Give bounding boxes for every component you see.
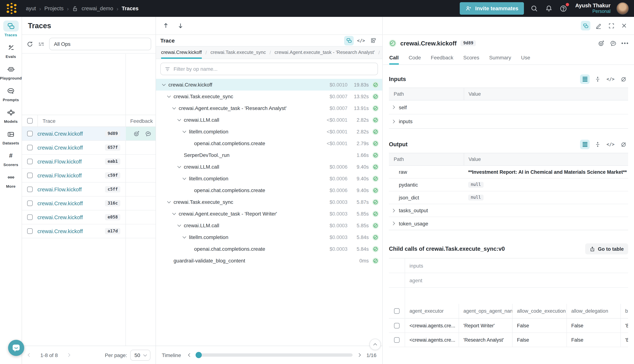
column-header-agent-ops-name[interactable]: agent_ops_agent_nan: [459, 304, 512, 318]
trace-link[interactable]: crewai.Flow.kickoff: [38, 158, 82, 164]
tree-row[interactable]: crewai.LLM.call $0.0006 9.40s: [156, 161, 382, 173]
table-row[interactable]: crewai.Crew.kickoff 657f: [22, 141, 156, 155]
go-to-table-button[interactable]: Go to table: [585, 244, 628, 254]
chevron-right-icon[interactable]: [392, 222, 396, 225]
column-header-backstory[interactable]: b: [620, 304, 628, 318]
tree-row[interactable]: litellm.completion <$0.0001 2.82s: [156, 126, 382, 138]
row-checkbox[interactable]: [27, 131, 33, 136]
chevron-down-icon[interactable]: [167, 94, 171, 98]
tree-row[interactable]: guardrail-validate_blog_content 0ms: [156, 255, 382, 266]
tree-row[interactable]: crewai.Task.execute_sync $0.0007 13.92s: [156, 90, 382, 102]
sidebar-item-scorers[interactable]: # Scorers: [0, 150, 22, 167]
output-row-token-usage[interactable]: token_usage: [389, 217, 628, 230]
chevron-down-icon[interactable]: [177, 118, 181, 122]
op-filter-input[interactable]: [174, 66, 374, 72]
chevron-right-icon[interactable]: [392, 208, 396, 212]
tab-scores[interactable]: Scores: [463, 52, 479, 64]
flame-graph-toggle[interactable]: [368, 36, 378, 45]
list-view-toggle[interactable]: [580, 74, 590, 84]
timeline-slider-handle[interactable]: [196, 352, 202, 358]
edit-pencil-icon[interactable]: [594, 21, 603, 30]
call-id-badge[interactable]: 9d89: [461, 40, 476, 46]
trace-link[interactable]: crewai.Crew.kickoff: [38, 200, 83, 206]
prev-page-icon[interactable]: [27, 353, 31, 357]
child-call-row[interactable]: <crewai.agents.cre... 'Research Analyst'…: [389, 333, 628, 347]
trace-link[interactable]: crewai.Crew.kickoff: [38, 131, 83, 136]
json-view-icon[interactable]: </>: [606, 74, 615, 84]
sidebar-item-traces[interactable]: Traces: [0, 20, 22, 37]
output-row-raw[interactable]: raw **Investment Report: AI in Chemical …: [389, 166, 628, 178]
table-row[interactable]: crewai.Flow.kickoff c5ff: [22, 182, 156, 196]
table-row[interactable]: crewai.Crew.kickoff 316c: [22, 196, 156, 210]
sidebar-item-more[interactable]: More: [0, 172, 22, 188]
refresh-icon[interactable]: [27, 40, 33, 48]
child-call-row[interactable]: <crewai.agents.cre... 'Report Writer' Fa…: [389, 318, 628, 333]
row-checkbox[interactable]: [27, 173, 33, 178]
row-checkbox[interactable]: [27, 214, 33, 220]
hide-values-icon[interactable]: [618, 74, 628, 84]
more-options-icon[interactable]: [621, 42, 628, 44]
chevron-down-icon[interactable]: [172, 106, 176, 110]
input-row-self[interactable]: self: [389, 100, 628, 114]
trace-link[interactable]: crewai.Crew.kickoff: [38, 214, 83, 220]
chevron-down-icon[interactable]: [172, 212, 176, 216]
breadcrumb-team[interactable]: ayut: [26, 6, 36, 11]
chevron-down-icon[interactable]: [177, 165, 181, 168]
tree-row[interactable]: openai.chat.completions.create <$0.0001 …: [156, 138, 382, 149]
timeline-next-icon[interactable]: [358, 353, 361, 357]
code-view-toggle[interactable]: </>: [356, 36, 366, 45]
tree-row[interactable]: openai.chat.completions.create $0.0006 9…: [156, 184, 382, 196]
comment-icon[interactable]: [610, 40, 617, 47]
column-header-trace[interactable]: Trace: [43, 118, 56, 124]
expand-rows-icon[interactable]: [593, 140, 602, 149]
tab-use[interactable]: Use: [521, 52, 530, 64]
row-checkbox[interactable]: [27, 159, 33, 164]
breadcrumb-project[interactable]: crewai_demo: [82, 6, 113, 11]
tree-row[interactable]: crewai.LLM.call $0.0003 5.85s: [156, 220, 382, 231]
timeline-prev-icon[interactable]: [188, 353, 191, 357]
tree-view-toggle[interactable]: [344, 36, 354, 45]
tree-row[interactable]: crewai.Agent.execute_task - 'Research An…: [156, 102, 382, 114]
path-tab-agent-execute[interactable]: crewai.Agent.execute_task - 'Research An…: [275, 46, 375, 59]
sidebar-item-evals[interactable]: Evals: [0, 42, 22, 59]
tree-row[interactable]: crewai.Agent.execute_task - 'Report Writ…: [156, 208, 382, 220]
prev-trace-icon[interactable]: [161, 21, 171, 30]
output-row-json-dict[interactable]: json_dict null: [389, 191, 628, 204]
tab-feedback[interactable]: Feedback: [431, 52, 453, 64]
ops-filter-select[interactable]: All Ops: [49, 38, 151, 50]
column-header-feedback[interactable]: Feedback: [130, 118, 153, 124]
tree-row[interactable]: litellm.completion $0.0006 9.40s: [156, 173, 382, 184]
add-reaction-icon[interactable]: [598, 40, 605, 47]
tab-call[interactable]: Call: [389, 52, 399, 64]
row-checkbox[interactable]: [27, 186, 33, 192]
list-view-toggle[interactable]: [580, 140, 590, 149]
avatar[interactable]: [616, 2, 629, 15]
column-header-allow-code-execution[interactable]: allow_code_execution: [512, 304, 566, 318]
table-row[interactable]: crewai.Flow.kickoff eab1: [22, 155, 156, 168]
table-row[interactable]: crewai.Flow.kickoff c59f: [22, 168, 156, 182]
tab-summary[interactable]: Summary: [489, 52, 511, 64]
per-page-select[interactable]: 50: [130, 350, 150, 360]
row-checkbox[interactable]: [394, 337, 400, 342]
row-checkbox[interactable]: [27, 228, 33, 234]
tab-code[interactable]: Code: [409, 52, 421, 64]
chevron-down-icon[interactable]: [167, 200, 171, 204]
chat-support-button[interactable]: [8, 340, 24, 356]
trace-link[interactable]: crewai.Flow.kickoff: [38, 186, 82, 192]
output-row-tasks-output[interactable]: tasks_output: [389, 204, 628, 217]
search-icon[interactable]: [530, 4, 539, 13]
trace-link[interactable]: crewai.Crew.kickoff: [38, 228, 83, 234]
add-reaction-icon[interactable]: [133, 130, 140, 137]
next-trace-icon[interactable]: [176, 21, 185, 30]
scroll-to-top-button[interactable]: [370, 339, 381, 350]
comment-icon[interactable]: [145, 130, 152, 137]
hide-values-icon[interactable]: [618, 140, 628, 149]
chevron-right-icon[interactable]: [392, 120, 396, 123]
json-view-icon[interactable]: </>: [606, 140, 615, 149]
user-menu[interactable]: Ayush Thakur Personal: [575, 2, 610, 14]
column-header-allow-delegation[interactable]: allow_delegation: [566, 304, 620, 318]
chevron-down-icon[interactable]: [177, 224, 181, 227]
table-row[interactable]: crewai.Crew.kickoff e058: [22, 210, 156, 224]
input-row-inputs[interactable]: inputs: [389, 114, 628, 128]
path-tab-crew-kickoff[interactable]: crewai.Crew.kickoff: [161, 46, 202, 59]
